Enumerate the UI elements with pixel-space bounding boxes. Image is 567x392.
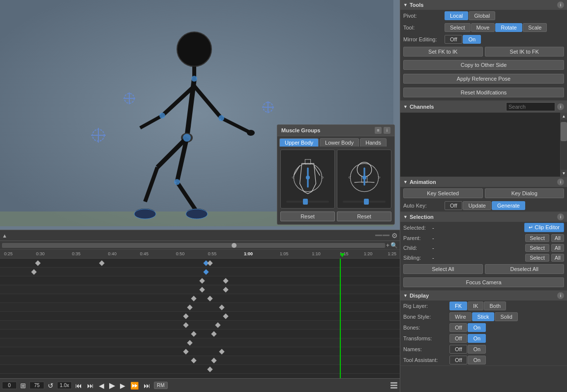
ch-scroll-down-btn[interactable]: ▼: [561, 170, 567, 177]
clip-editor-btn[interactable]: ↵ Clip Editor: [524, 223, 564, 232]
record-mode[interactable]: RM: [154, 382, 168, 389]
bone-solid-btn[interactable]: Solid: [495, 312, 517, 321]
keyframe-diamond[interactable]: [183, 313, 188, 319]
tool-scale-btn[interactable]: Scale: [523, 23, 547, 32]
keyframe-diamond[interactable]: [183, 349, 188, 354]
animation-info-icon[interactable]: i: [557, 179, 564, 185]
set-ik-fk-btn[interactable]: Set IK to FK: [485, 47, 565, 57]
names-off-btn[interactable]: Off: [449, 345, 467, 354]
tool-move-btn[interactable]: Move: [471, 23, 495, 32]
bones-on-btn[interactable]: On: [468, 323, 486, 332]
auto-key-generate-btn[interactable]: Generate: [492, 201, 525, 210]
rig-ik-btn[interactable]: IK: [468, 302, 483, 310]
tool-assistant-on-btn[interactable]: On: [468, 356, 486, 364]
mirror-on-btn[interactable]: On: [463, 35, 481, 44]
auto-key-off-btn[interactable]: Off: [445, 201, 462, 210]
child-select-btn[interactable]: Select: [525, 244, 549, 252]
sibling-all-btn[interactable]: All: [551, 254, 564, 262]
keyframe-diamond[interactable]: [199, 278, 205, 283]
start-frame-value[interactable]: 0: [2, 382, 17, 389]
keyframe-diamond[interactable]: [183, 322, 188, 328]
bone-wire-btn[interactable]: Wire: [449, 312, 472, 321]
pivot-global-btn[interactable]: Global: [469, 11, 495, 20]
go-to-start-btn[interactable]: ⏮: [74, 382, 84, 390]
timeline-expand-icon[interactable]: ▲: [2, 233, 7, 239]
display-header[interactable]: ▼ Display i: [400, 291, 567, 301]
keyframe-diamond[interactable]: [207, 260, 212, 266]
ch-scroll-thumb[interactable]: [561, 122, 567, 141]
keyframe-diamond[interactable]: [215, 322, 220, 328]
zoom-icon[interactable]: 🔍: [390, 242, 398, 249]
keyframe-diamond[interactable]: [31, 269, 36, 274]
keyframe-diamond[interactable]: [187, 340, 192, 345]
muscle-groups-info-icon[interactable]: i: [384, 127, 390, 134]
prev-frame-btn[interactable]: ◀: [97, 382, 106, 390]
keyframe-diamond[interactable]: [211, 358, 216, 363]
keyframe-diamond[interactable]: [223, 278, 229, 283]
transforms-on-btn[interactable]: On: [468, 334, 486, 343]
timeline-settings-icon[interactable]: ⚙: [391, 232, 398, 240]
keyframe-diamond[interactable]: [187, 304, 192, 310]
mg-reset-right-btn[interactable]: Reset: [337, 211, 391, 221]
keyframe-diamond[interactable]: [207, 366, 212, 372]
tool-select-btn[interactable]: Select: [445, 23, 471, 32]
channels-scrollbar[interactable]: ▲ ▼: [560, 113, 567, 177]
mirror-off-btn[interactable]: Off: [445, 35, 462, 44]
animation-header[interactable]: ▼ Animation i: [400, 177, 567, 187]
keyframe-diamond[interactable]: [219, 304, 224, 310]
keyframe-diamond[interactable]: [211, 331, 216, 336]
rig-fk-btn[interactable]: FK: [449, 302, 467, 310]
keyframe-diamond-selected[interactable]: [203, 269, 209, 274]
auto-key-update-btn[interactable]: Update: [463, 201, 491, 210]
child-all-btn[interactable]: All: [551, 244, 564, 252]
channels-header[interactable]: ▼ Channels i: [400, 101, 567, 113]
focus-camera-btn[interactable]: Focus Camera: [403, 277, 564, 287]
fit-timeline-btn[interactable]: ⊞: [19, 382, 28, 390]
mg-reset-left-btn[interactable]: Reset: [280, 211, 335, 221]
apply-reference-pose-btn[interactable]: Apply Reference Pose: [403, 74, 564, 84]
go-to-end-btn[interactable]: ⏭: [142, 382, 152, 390]
bone-stick-btn[interactable]: Stick: [472, 312, 495, 321]
tool-rotate-btn[interactable]: Rotate: [495, 23, 522, 32]
parent-all-btn[interactable]: All: [551, 234, 564, 242]
parent-select-btn[interactable]: Select: [525, 234, 549, 242]
keyframe-diamond[interactable]: [191, 331, 197, 336]
display-info-icon[interactable]: i: [557, 292, 564, 299]
mg-widget-side[interactable]: ↺ ↻: [337, 150, 391, 209]
go-back-btn[interactable]: ⏭: [86, 382, 95, 390]
channels-info-icon[interactable]: i: [557, 103, 564, 110]
next-frame-btn[interactable]: ▶: [119, 382, 127, 390]
channels-search-input[interactable]: [506, 102, 555, 111]
key-selected-btn[interactable]: Key Selected: [403, 188, 483, 198]
speed-value[interactable]: 1.0x: [57, 382, 72, 389]
mg-tab-hands[interactable]: Hands: [360, 138, 387, 147]
play-btn[interactable]: ▶: [108, 381, 117, 390]
viewport[interactable]: Muscle Groups ≡ i Upper Body Lower Body …: [0, 0, 400, 230]
select-all-btn[interactable]: Select All: [403, 264, 483, 274]
layer-icon[interactable]: [390, 381, 398, 390]
scrub-handle[interactable]: [232, 243, 237, 248]
pivot-local-btn[interactable]: Local: [445, 11, 468, 20]
keyframe-diamond[interactable]: [223, 313, 229, 319]
mg-widget-front[interactable]: ↺ ↻: [280, 150, 335, 209]
reset-modifications-btn[interactable]: Reset Modifcations: [403, 88, 564, 97]
names-on-btn[interactable]: On: [468, 345, 486, 354]
rig-both-btn[interactable]: Both: [484, 302, 506, 310]
muscle-groups-menu-icon[interactable]: ≡: [375, 127, 382, 134]
mg-tab-upper-body[interactable]: Upper Body: [279, 138, 319, 147]
copy-other-side-btn[interactable]: Copy to Other Side: [403, 60, 564, 70]
tools-header[interactable]: ▼ Tools i: [400, 0, 567, 10]
set-fk-ik-btn[interactable]: Set FK to IK: [403, 47, 483, 57]
keyframe-diamond[interactable]: [219, 349, 224, 354]
keyframe-diamond[interactable]: [191, 296, 197, 301]
mg-tab-lower-body[interactable]: Lower Body: [320, 138, 359, 147]
zoom-in-icon[interactable]: +: [386, 242, 389, 249]
keyframe-diamond[interactable]: [99, 260, 105, 266]
selection-info-icon[interactable]: i: [557, 213, 564, 220]
go-forward-btn[interactable]: ⏩: [129, 382, 140, 390]
sibling-select-btn[interactable]: Select: [525, 254, 549, 262]
scrub-track[interactable]: [2, 243, 385, 248]
keyframe-diamond[interactable]: [199, 287, 205, 292]
loop-btn[interactable]: ↺: [46, 382, 55, 390]
deselect-all-btn[interactable]: Deselect All: [485, 264, 565, 274]
